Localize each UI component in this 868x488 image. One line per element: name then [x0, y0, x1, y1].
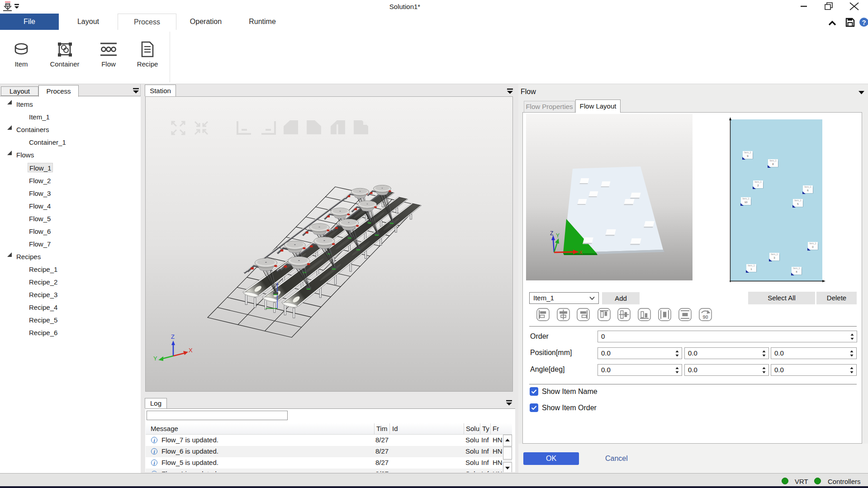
svg-text:X: X — [579, 250, 583, 255]
svg-text:?: ? — [862, 19, 866, 26]
svg-text:Z: Z — [550, 230, 553, 237]
svg-text:Y: Y — [556, 232, 560, 239]
svg-text:90: 90 — [702, 314, 708, 320]
svg-text:Y: Y — [153, 355, 157, 362]
svg-text:Z: Z — [171, 333, 175, 340]
svg-text:X: X — [189, 347, 193, 354]
